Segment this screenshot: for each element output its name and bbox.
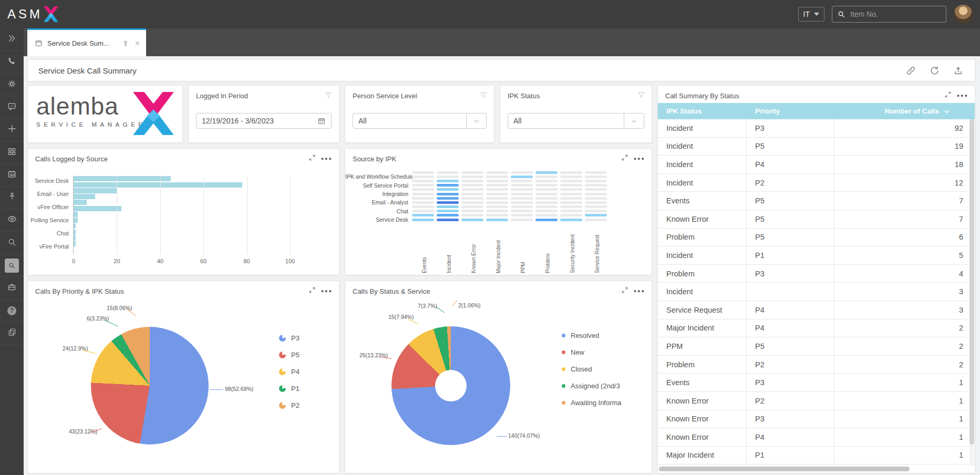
legend-item[interactable]: P3 xyxy=(279,334,300,342)
legend-item[interactable]: Assigned (2nd/3 xyxy=(562,382,622,390)
chevron-down-icon[interactable] xyxy=(466,113,486,128)
filter-label: Person Service Level xyxy=(353,92,417,100)
sidebar-item-add[interactable] xyxy=(0,119,24,141)
heatmap-cell xyxy=(585,201,607,204)
bar-category-label: Service Desk xyxy=(28,174,73,188)
heatmap-cell xyxy=(585,175,607,178)
panel-menu-icon[interactable]: ●●● xyxy=(634,288,645,294)
heatmap-cell xyxy=(461,171,483,174)
sidebar-item-search[interactable] xyxy=(0,232,24,254)
sidebar-item-advanced-search[interactable] xyxy=(0,254,24,277)
close-tab-icon[interactable] xyxy=(134,40,141,47)
user-avatar[interactable] xyxy=(954,5,973,24)
heatmap-cell xyxy=(486,193,508,195)
sidebar-item-reports[interactable] xyxy=(0,164,24,187)
panel-menu-icon[interactable]: ●●● xyxy=(321,156,333,161)
item-search-input[interactable] xyxy=(849,9,933,19)
gridline xyxy=(117,175,117,254)
filter-ipk-status: IPK Status All xyxy=(500,85,652,143)
link-icon[interactable] xyxy=(906,66,916,76)
expand-panel-icon[interactable] xyxy=(621,154,628,163)
bar-row xyxy=(74,176,290,181)
cell-ipk-status: Events xyxy=(658,192,747,210)
horizontal-scrollbar[interactable] xyxy=(659,466,968,472)
legend-marker-icon xyxy=(279,402,286,409)
sidebar-item-phone[interactable] xyxy=(0,51,24,74)
select-value: All xyxy=(358,117,466,125)
panel-menu-icon[interactable]: ●●● xyxy=(321,288,333,294)
legend-item[interactable]: P2 xyxy=(279,401,300,409)
language-selector[interactable]: IT xyxy=(798,7,824,22)
heatmap-row: Integration xyxy=(345,192,652,196)
sidebar-item-apps[interactable] xyxy=(0,141,24,164)
heatmap-cell xyxy=(437,205,459,208)
legend-item[interactable]: P5 xyxy=(279,351,300,359)
cell-priority: P5 xyxy=(747,337,834,355)
heatmap-cell xyxy=(511,205,533,208)
sidebar-item-watch[interactable] xyxy=(0,209,24,232)
refresh-icon[interactable] xyxy=(930,66,940,76)
expand-panel-icon[interactable] xyxy=(621,286,628,296)
sidebar-item-help[interactable]: ? xyxy=(0,300,24,322)
location-pin-icon[interactable] xyxy=(122,39,129,47)
cell-priority: P3 xyxy=(747,374,834,391)
filter-funnel-icon[interactable] xyxy=(324,91,333,101)
legend-label: Closed xyxy=(571,365,592,373)
heatmap-cell xyxy=(486,197,508,200)
legend-item[interactable]: P4 xyxy=(279,368,300,376)
cell-ipk-status: Known Error xyxy=(658,210,747,228)
export-icon[interactable] xyxy=(953,66,963,76)
cell-ipk-status: Incident xyxy=(658,156,747,173)
gridline xyxy=(290,175,291,254)
sidebar-item-pin[interactable] xyxy=(0,187,24,209)
column-header-number-of-calls[interactable]: Number of Calls xyxy=(834,107,975,115)
heatmap-cell xyxy=(437,171,459,174)
person-service-level-select[interactable]: All xyxy=(353,113,487,129)
legend-item[interactable]: P1 xyxy=(279,385,300,393)
bar-category-label: Polling Service xyxy=(28,214,73,227)
cell-ipk-status: Major Incident xyxy=(658,447,747,464)
heatmap-cell xyxy=(585,193,607,195)
ipk-status-select[interactable]: All xyxy=(508,113,644,129)
filter-funnel-icon[interactable] xyxy=(637,91,645,101)
expand-panel-icon[interactable] xyxy=(308,286,316,296)
horizontal-scrollbar-thumb[interactable] xyxy=(659,467,910,471)
copy-icon xyxy=(7,327,17,339)
legend-item[interactable]: Closed xyxy=(562,365,622,373)
heatmap-cell xyxy=(535,184,558,187)
donut-hole xyxy=(435,370,467,401)
chevron-down-icon[interactable] xyxy=(624,113,644,128)
legend-item[interactable]: Resolved xyxy=(562,332,622,339)
heatmap-cell xyxy=(461,201,483,204)
sidebar-item-services[interactable] xyxy=(0,277,24,300)
filter-funnel-icon[interactable] xyxy=(479,91,488,101)
date-range-input[interactable]: 12/19/2016 - 3/6/2023 xyxy=(196,113,332,129)
heatmap-cell xyxy=(560,193,582,195)
heatmap-cell xyxy=(486,171,508,174)
cell-priority: P3 xyxy=(747,265,834,283)
bar-chart-category-labels: Service DeskEmail - UservFire OfficerPol… xyxy=(28,174,73,253)
sidebar-item-chat[interactable] xyxy=(0,96,24,119)
heatmap-cell xyxy=(560,210,582,212)
calendar-icon[interactable] xyxy=(317,117,326,125)
column-header-ipk-status[interactable]: IPK Status xyxy=(658,107,747,115)
tab-service-desk-summary[interactable]: Service Desk Sum... xyxy=(27,28,146,56)
x-axis-tick: 100 xyxy=(285,258,295,264)
sidebar-item-expand[interactable] xyxy=(0,28,24,51)
panel-menu-icon[interactable]: ●●● xyxy=(634,156,645,161)
column-header-priority[interactable]: Priority xyxy=(747,107,834,115)
panel-menu-icon[interactable]: ●●● xyxy=(957,93,968,98)
heatmap-cell xyxy=(535,175,558,178)
expand-panel-icon[interactable] xyxy=(944,91,952,100)
vertical-scrollbar[interactable] xyxy=(969,119,974,466)
legend-item[interactable]: New xyxy=(562,348,622,356)
legend-item[interactable]: Awaiting Informa xyxy=(562,399,622,407)
vertical-scrollbar-thumb[interactable] xyxy=(969,119,974,445)
sidebar-item-settings[interactable] xyxy=(0,74,24,96)
heatmap-cell xyxy=(511,219,533,221)
heatmap-cell xyxy=(511,201,533,204)
item-search-box[interactable] xyxy=(832,6,946,23)
sidebar-item-copy[interactable] xyxy=(0,322,24,345)
expand-panel-icon[interactable] xyxy=(308,154,316,163)
cell-ipk-status: Incident xyxy=(658,119,747,137)
